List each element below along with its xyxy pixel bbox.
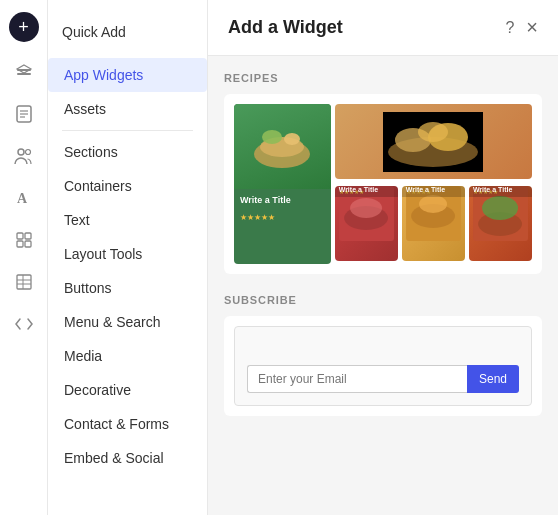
sidebar-item-quick-add[interactable]: Quick Add bbox=[62, 16, 193, 48]
add-button[interactable]: + bbox=[9, 12, 39, 42]
header-actions: ? × bbox=[505, 16, 538, 39]
svg-rect-9 bbox=[17, 233, 23, 239]
subscribe-section-label: SUBSCRIBE bbox=[224, 294, 542, 306]
icon-bar: + A bbox=[0, 0, 48, 515]
sidebar-item-menu-search[interactable]: Menu & Search bbox=[48, 305, 207, 339]
people-icon[interactable] bbox=[12, 144, 36, 168]
recipe-small-tile-3: Write a Title ★★★★★ bbox=[469, 186, 532, 261]
sidebar-item-app-widgets[interactable]: App Widgets bbox=[48, 58, 207, 92]
text-format-icon[interactable]: A bbox=[12, 186, 36, 210]
sidebar-item-layout-tools[interactable]: Layout Tools bbox=[48, 237, 207, 271]
sidebar-item-buttons[interactable]: Buttons bbox=[48, 271, 207, 305]
recipes-grid: Write a Title ★★★★★ bbox=[234, 104, 532, 264]
recipe-small-title-2: Write a Title bbox=[402, 186, 465, 197]
subscribe-widget-card[interactable]: Send bbox=[224, 316, 542, 416]
dialog-title: Add a Widget bbox=[228, 17, 343, 38]
recipes-section-label: RECIPES bbox=[224, 72, 542, 84]
subscribe-email-input[interactable] bbox=[247, 365, 467, 393]
sidebar-item-containers[interactable]: Containers bbox=[48, 169, 207, 203]
page-icon[interactable] bbox=[12, 102, 36, 126]
subscribe-inner: Send bbox=[234, 326, 532, 406]
close-button[interactable]: × bbox=[526, 16, 538, 39]
svg-rect-11 bbox=[17, 241, 23, 247]
svg-rect-12 bbox=[25, 241, 31, 247]
svg-text:A: A bbox=[17, 191, 28, 206]
main-body: RECIPES Write a Title ★★★★★ bbox=[208, 56, 558, 432]
sidebar-divider bbox=[62, 130, 193, 131]
subscribe-email-row: Send bbox=[247, 365, 519, 393]
recipe-main-title: Write a Title bbox=[234, 189, 331, 211]
code-icon[interactable] bbox=[12, 312, 36, 336]
recipe-main-stars: ★★★★★ bbox=[234, 211, 331, 224]
sidebar-item-media[interactable]: Media bbox=[48, 339, 207, 373]
sidebar-item-sections[interactable]: Sections bbox=[48, 135, 207, 169]
sidebar-item-contact-forms[interactable]: Contact & Forms bbox=[48, 407, 207, 441]
svg-point-34 bbox=[482, 196, 518, 220]
svg-point-31 bbox=[419, 195, 447, 213]
sidebar-item-embed-social[interactable]: Embed & Social bbox=[48, 441, 207, 475]
svg-rect-13 bbox=[17, 275, 31, 289]
recipe-small-tile-1: Write a Title ★★★★★ bbox=[335, 186, 398, 261]
table-icon[interactable] bbox=[12, 270, 36, 294]
recipe-small-title-1: Write a Title bbox=[335, 186, 398, 197]
help-button[interactable]: ? bbox=[505, 19, 514, 37]
recipe-small-tile-2: Write a Title ★★★★★ bbox=[402, 186, 465, 261]
main-header: Add a Widget ? × bbox=[208, 0, 558, 56]
svg-rect-10 bbox=[25, 233, 31, 239]
recipe-main-tile: Write a Title ★★★★★ bbox=[234, 104, 331, 264]
svg-point-25 bbox=[418, 122, 448, 142]
sidebar-item-assets[interactable]: Assets bbox=[48, 92, 207, 126]
sidebar-item-text[interactable]: Text bbox=[48, 203, 207, 237]
svg-point-7 bbox=[25, 150, 30, 155]
svg-point-28 bbox=[350, 198, 382, 218]
recipe-small-tiles: Write a Title ★★★★★ Write a Title ★★★★★ bbox=[335, 186, 532, 264]
grid-icon[interactable] bbox=[12, 228, 36, 252]
recipe-top-right-tile bbox=[335, 104, 532, 179]
sidebar-item-decorative[interactable]: Decorative bbox=[48, 373, 207, 407]
main-content: Add a Widget ? × RECIPES bbox=[208, 0, 558, 515]
subscribe-send-button[interactable]: Send bbox=[467, 365, 519, 393]
recipe-small-title-3: Write a Title bbox=[469, 186, 532, 197]
sidebar: Quick Add App Widgets Assets Sections Co… bbox=[48, 0, 208, 515]
layers-icon[interactable] bbox=[12, 60, 36, 84]
svg-point-19 bbox=[262, 130, 282, 144]
recipes-widget-card[interactable]: Write a Title ★★★★★ bbox=[224, 94, 542, 274]
svg-point-6 bbox=[18, 149, 24, 155]
svg-point-20 bbox=[284, 133, 300, 145]
